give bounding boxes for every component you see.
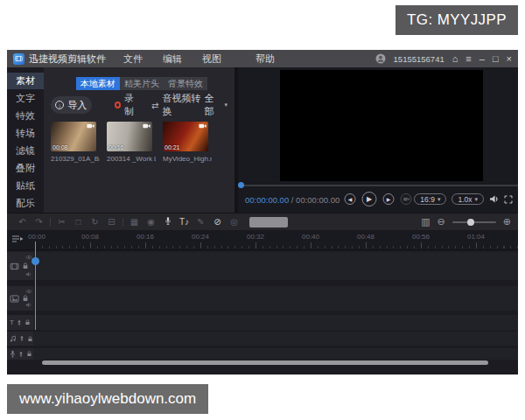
timeline-ruler[interactable]: 00:00 00:08 00:16 00:24 00:32 00:40 00:4…: [7, 230, 518, 250]
record-button[interactable]: 录制: [115, 92, 141, 118]
text-to-speech-icon[interactable]: T♪: [176, 218, 192, 227]
mosaic-icon[interactable]: ▦: [126, 218, 143, 227]
record-icon: [115, 102, 121, 108]
lock-icon[interactable]: [27, 336, 33, 342]
app-logo-icon: [13, 53, 24, 65]
timecode-separator: /: [289, 195, 296, 205]
speed-dropdown[interactable]: 1.0x ▾: [452, 193, 484, 205]
zoom-slider[interactable]: [452, 221, 496, 223]
undo-icon[interactable]: ↶: [14, 218, 31, 227]
sidebar-item-transitions[interactable]: 转场: [7, 125, 44, 142]
clip-card[interactable]: 00:16 200314 _Work Lif...: [107, 122, 152, 163]
convert-icon: ⇄: [151, 101, 158, 110]
close-button[interactable]: ×: [507, 54, 512, 64]
home-icon[interactable]: ⌂: [452, 54, 458, 64]
track-lane-overlay[interactable]: [33, 286, 518, 311]
filter-dropdown[interactable]: 全部 ▾: [205, 92, 228, 118]
horizontal-scrollbar[interactable]: [33, 360, 518, 365]
menu-file[interactable]: 文件: [123, 52, 143, 66]
ruler-major-ticks: [35, 242, 518, 248]
eye-icon[interactable]: [25, 289, 32, 294]
more-tools-icon[interactable]: ◎: [226, 218, 242, 227]
convert-button[interactable]: ⇄ 音视频转换: [151, 92, 204, 118]
tab-background-effects[interactable]: 背景特效: [164, 77, 207, 90]
menu-view[interactable]: 视图: [202, 52, 221, 66]
sidebar-item-stickers[interactable]: 贴纸: [7, 178, 44, 194]
zoom-in-icon[interactable]: ⊕: [503, 216, 511, 228]
track-header-video: [7, 252, 33, 280]
track-lane-text[interactable]: [33, 315, 518, 330]
scrollbar-thumb[interactable]: [42, 360, 488, 365]
freeze-frame-icon[interactable]: ◉: [143, 218, 159, 227]
chevron-down-icon: ▾: [438, 196, 441, 203]
sidebar-item-music[interactable]: 配乐: [7, 195, 44, 212]
mute-clip-icon[interactable]: ⊘: [209, 218, 226, 227]
edit-toolbar: ↶ ↷ ✂ □ ↻ ⊟ ▦ ◉ T♪ ✎ ⊘ ◎ ▥ ⊖ ⊕: [7, 213, 518, 230]
aspect-ratio-dropdown[interactable]: 16:9 ▾: [414, 193, 446, 205]
menu-edit[interactable]: 编辑: [163, 52, 182, 66]
sidebar-item-filters[interactable]: 滤镜: [7, 143, 44, 159]
sidebar-item-media[interactable]: 素材: [7, 73, 44, 89]
pin-icon[interactable]: [18, 351, 24, 358]
manage-tracks-icon[interactable]: [11, 234, 24, 243]
mute-track-icon[interactable]: [25, 271, 32, 277]
playhead-line[interactable]: [35, 242, 36, 330]
maximize-button[interactable]: □: [493, 54, 499, 64]
crop-icon[interactable]: □: [70, 218, 87, 227]
clip-card[interactable]: 00:08 210329_01A_Bali_...: [51, 122, 96, 163]
clip-thumbnail[interactable]: 00:21: [163, 122, 208, 151]
media-tabs: 本地素材 精美片头 背景特效: [76, 77, 207, 90]
menu-help[interactable]: 帮助: [256, 52, 275, 66]
clip-thumbnail[interactable]: 00:08: [51, 122, 96, 151]
sidebar: 素材 文字 特效 转场 滤镜 叠附 贴纸 配乐: [7, 67, 44, 213]
seek-track[interactable]: [238, 185, 518, 186]
sidebar-item-effects[interactable]: 特效: [7, 108, 44, 124]
tab-intro-templates[interactable]: 精美片头: [120, 77, 164, 90]
previous-frame-button[interactable]: ◀: [345, 193, 356, 205]
sidebar-item-overlay[interactable]: 叠附: [7, 160, 44, 177]
seek-handle[interactable]: [238, 182, 244, 188]
track-lane-music[interactable]: [33, 332, 518, 346]
mute-track-icon[interactable]: [25, 302, 32, 308]
app-title: 迅捷视频剪辑软件: [29, 52, 106, 66]
clip-thumbnail[interactable]: 00:16: [107, 122, 152, 151]
app-window: 迅捷视频剪辑软件 文件 编辑 视图 帮助 15155156741 ⌂ ≡ – □…: [7, 50, 518, 374]
playhead-handle[interactable]: [32, 257, 39, 265]
clip-card[interactable]: 00:21 MyVideo_High.m...: [163, 122, 208, 163]
zoom-slider-handle[interactable]: [467, 219, 474, 226]
split-icon[interactable]: ✂: [53, 218, 70, 227]
import-button[interactable]: ↓ 导入: [51, 96, 92, 114]
zoom-out-icon[interactable]: ⊖: [438, 216, 445, 228]
snapshot-icon[interactable]: [401, 193, 412, 205]
pin-icon[interactable]: [17, 319, 22, 326]
avatar[interactable]: [375, 53, 386, 64]
seek-bar[interactable]: [238, 183, 518, 188]
clip-name: 210329_01A_Bali_...: [51, 155, 100, 163]
clip-duration: 00:21: [164, 144, 180, 150]
fullscreen-icon[interactable]: [504, 195, 513, 204]
marker-icon[interactable]: ✎: [192, 218, 209, 227]
lock-icon[interactable]: [26, 351, 32, 357]
delete-icon[interactable]: ⊟: [103, 218, 120, 227]
track-lane-voice[interactable]: [33, 348, 518, 360]
redo-icon[interactable]: ↷: [31, 218, 47, 227]
pin-icon[interactable]: [19, 335, 24, 342]
speed-value: 1.0x: [458, 195, 472, 204]
volume-icon[interactable]: [489, 194, 499, 204]
tab-local-media[interactable]: 本地素材: [76, 77, 120, 90]
play-button[interactable]: ▶: [362, 192, 377, 206]
next-frame-button[interactable]: ▶: [383, 193, 395, 205]
minimize-button[interactable]: –: [480, 54, 485, 64]
account-id[interactable]: 15155156741: [394, 54, 444, 64]
track-lane-video[interactable]: [33, 252, 518, 280]
record-voice-icon[interactable]: [159, 216, 176, 228]
window-menu-icon[interactable]: ≡: [466, 54, 471, 64]
lock-icon[interactable]: [24, 319, 31, 326]
sidebar-item-text[interactable]: 文字: [7, 90, 44, 107]
timeline: 00:00 00:08 00:16 00:24 00:32 00:40 00:4…: [7, 230, 518, 374]
disabled-toolbar-button[interactable]: [249, 217, 288, 228]
fit-timeline-icon[interactable]: ▥: [421, 216, 430, 228]
rotate-icon[interactable]: ↻: [87, 218, 103, 227]
timeline-zoom-controls: ▥ ⊖ ⊕: [421, 216, 511, 228]
text-track-icon: T: [10, 319, 14, 326]
